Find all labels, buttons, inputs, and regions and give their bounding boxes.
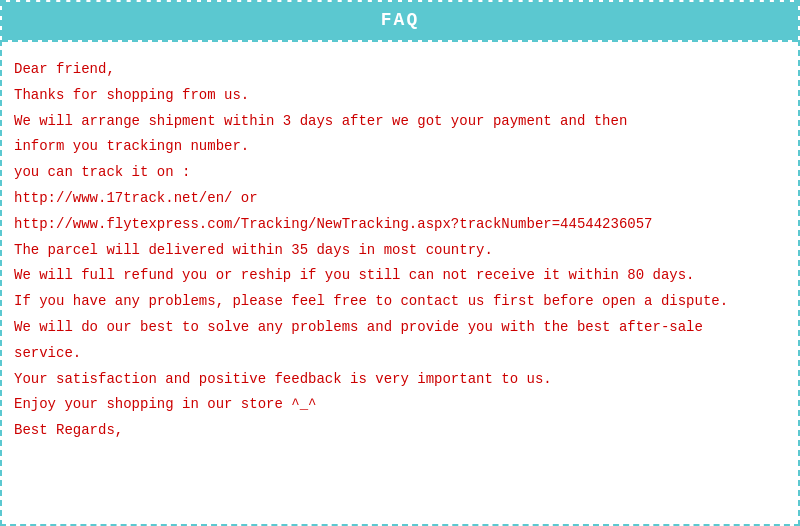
content-line-12: Your satisfaction and positive feedback … [14,368,786,392]
content-line-6: http://www.flytexpress.com/Tracking/NewT… [14,213,786,237]
content-line-4: you can track it on : [14,161,786,185]
content-line-14: Best Regards, [14,419,786,443]
header-title: FAQ [381,10,419,30]
faq-header: FAQ [2,2,798,40]
page-container: FAQ Dear friend,Thanks for shopping from… [0,0,800,526]
content-line-2: We will arrange shipment within 3 days a… [14,110,786,134]
content-line-3: inform you trackingn number. [14,135,786,159]
content-line-7: The parcel will delivered within 35 days… [14,239,786,263]
content-line-11: service. [14,342,786,366]
content-line-1: Thanks for shopping from us. [14,84,786,108]
content-line-8: We will full refund you or reship if you… [14,264,786,288]
content-line-13: Enjoy your shopping in our store ^_^ [14,393,786,417]
content-line-5: http://www.17track.net/en/ or [14,187,786,211]
content-line-10: We will do our best to solve any problem… [14,316,786,340]
faq-content: Dear friend,Thanks for shopping from us.… [2,42,798,457]
content-line-0: Dear friend, [14,58,786,82]
content-line-9: If you have any problems, please feel fr… [14,290,786,314]
